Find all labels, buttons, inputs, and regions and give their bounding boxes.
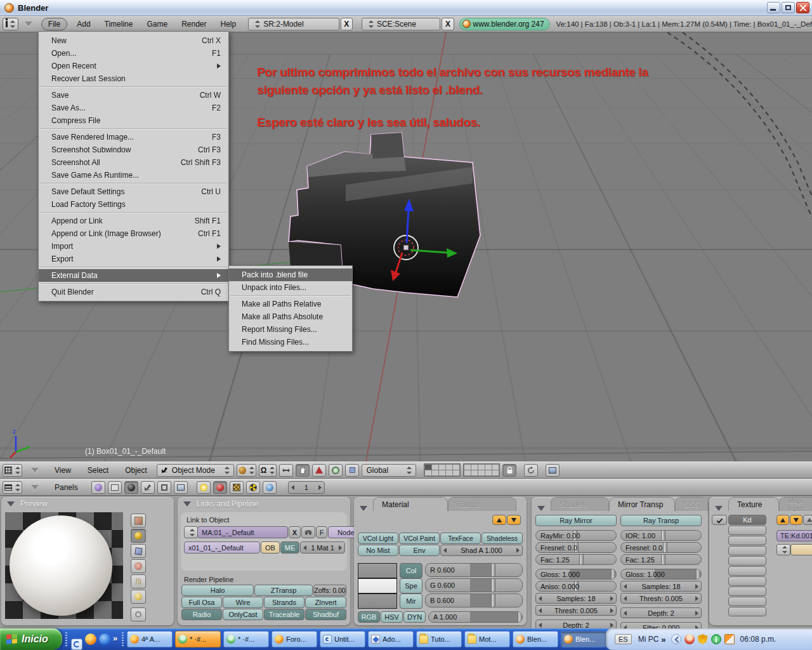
header-collapse-icon[interactable]	[31, 485, 39, 490]
header-collapse-icon[interactable]	[31, 468, 39, 473]
depth-transp-stepper[interactable]: Depth: 2	[620, 607, 702, 618]
gloss-transp-slider[interactable]: Gloss: 1.000	[620, 569, 702, 580]
tab-map-input[interactable]: Map Input	[779, 497, 812, 511]
texture-slot-8[interactable]	[728, 597, 766, 606]
tab-sss[interactable]: SSS	[675, 497, 708, 511]
radiosity-subcontext-button[interactable]	[246, 481, 260, 494]
col-button[interactable]: Col	[400, 563, 422, 578]
menu-item-save-game-as-runtime[interactable]: Save Game As Runtime...	[39, 169, 228, 182]
panel-collapse-icon[interactable]	[715, 506, 723, 511]
texture-slot-5[interactable]	[728, 566, 766, 576]
quicklaunch-ie-icon[interactable]	[99, 633, 110, 645]
fresnel-mir-slider[interactable]: Fresnel: 0.0	[535, 542, 617, 553]
aniso-slider[interactable]: Aniso: 0.000	[535, 581, 617, 592]
lock-layers-button[interactable]	[502, 464, 516, 477]
rgb-button[interactable]: RGB	[358, 611, 380, 623]
menu-item-append-or-link-image-browser[interactable]: Append or Link (Image Browser)Ctrl F1	[39, 227, 228, 240]
preview-hair-button[interactable]	[131, 574, 146, 588]
fake-user-button[interactable]: F	[316, 526, 327, 538]
texture-slot-6[interactable]	[728, 576, 766, 586]
menu-item-load-factory-settings[interactable]: Load Factory Settings	[39, 198, 228, 211]
scene-selector[interactable]: SCE:Scene	[362, 18, 441, 30]
fresnel-transp-slider[interactable]: Fresnel: 0.0	[620, 542, 702, 553]
traceable-button[interactable]: Traceable	[264, 609, 304, 620]
task-button-5[interactable]: Untit...	[320, 631, 365, 647]
mode-selector[interactable]: Object Mode	[157, 464, 234, 477]
manipulator-translate-button[interactable]	[296, 464, 310, 477]
ior-slider[interactable]: IOR: 1.00	[620, 530, 702, 541]
manipulator-scale-button[interactable]	[329, 464, 343, 477]
menu-render[interactable]: Render	[181, 20, 206, 29]
submenu-item-unpack-into-files[interactable]: Unpack into Files...	[229, 281, 352, 294]
texture-clear-button[interactable]: Clea	[790, 544, 812, 555]
layer-buttons-group-1[interactable]	[424, 463, 461, 477]
minimize-button[interactable]	[767, 2, 780, 13]
object-menu[interactable]: Object	[125, 466, 147, 475]
mypc-label[interactable]: Mi PC	[638, 635, 659, 644]
task-button-9[interactable]: Blen...	[513, 631, 558, 647]
menu-item-save[interactable]: SaveCtrl W	[39, 89, 228, 102]
render-preview-button[interactable]	[546, 464, 560, 477]
tray-security-icon[interactable]	[698, 634, 708, 644]
menu-item-screenshot-all[interactable]: Screenshot AllCtrl Shift F3	[39, 156, 228, 169]
scene-context-button[interactable]	[174, 481, 188, 494]
quicklaunch-firefox-icon[interactable]	[85, 633, 96, 645]
texture-slot-2[interactable]	[728, 536, 766, 545]
vcol-paint-button[interactable]: VCol Paint	[399, 533, 440, 544]
object-name-field[interactable]: x01_01_-_Default	[184, 541, 260, 554]
widget-space-button[interactable]	[279, 464, 293, 477]
panel-collapse-icon[interactable]	[537, 506, 545, 511]
material-browse-button[interactable]	[184, 526, 198, 538]
task-button-6[interactable]: Ado...	[368, 631, 414, 647]
mir-button[interactable]: Mir	[400, 594, 422, 609]
preview-sphere-button[interactable]	[131, 529, 146, 543]
menu-item-recover-last-session[interactable]: Recover Last Session	[39, 72, 228, 85]
preview-cube-button[interactable]	[131, 544, 146, 558]
material-name-field[interactable]: MA:01_-_Default	[197, 526, 288, 538]
menu-item-external-data[interactable]: External Data	[39, 269, 228, 282]
onlycast-button[interactable]: OnlyCast	[223, 609, 263, 620]
shading-context-button[interactable]	[124, 481, 138, 494]
submenu-item-report-missing-files[interactable]: Report Missing Files...	[229, 323, 352, 336]
task-button-1[interactable]: 4ª A...	[127, 631, 173, 647]
menu-item-compress-file[interactable]: Compress File	[39, 114, 228, 127]
manipulator-combo-button[interactable]	[345, 464, 359, 477]
panel-collapse-icon[interactable]	[7, 501, 15, 507]
tab-shaders[interactable]: Shaders	[551, 497, 609, 511]
no-mist-button[interactable]: No Mist	[358, 545, 398, 556]
texture-slot-0[interactable]: Kd	[728, 515, 766, 525]
me-link-button[interactable]: ME	[280, 541, 299, 554]
taskbar-grip[interactable]	[65, 632, 67, 646]
alpha-slider[interactable]: A 1.000	[428, 611, 523, 623]
preview-flat-button[interactable]	[131, 514, 146, 527]
depth-mir-stepper[interactable]: Depth: 2	[535, 620, 617, 628]
menu-item-save-as[interactable]: Save As...F2	[39, 102, 228, 114]
texture-slot-9[interactable]	[728, 607, 766, 616]
env-button[interactable]: Env	[399, 545, 440, 556]
draw-mode-button[interactable]	[237, 464, 256, 477]
preview-monkey-button[interactable]	[131, 559, 146, 573]
task-button-4[interactable]: Foro...	[272, 631, 317, 647]
rotation-widget-button[interactable]: Ω	[259, 464, 277, 477]
tray-app-icon[interactable]	[724, 634, 735, 644]
submenu-item-make-paths-relative[interactable]: Make all Paths Relative	[229, 298, 352, 310]
script-context-button[interactable]	[108, 481, 122, 494]
texture-slot-7[interactable]	[728, 587, 766, 596]
paste-material-button[interactable]	[507, 515, 521, 525]
object-context-button[interactable]	[141, 481, 155, 494]
vcol-light-button[interactable]: VCol Light	[358, 533, 398, 544]
g-slider[interactable]: G 0.600	[425, 578, 523, 592]
task-button-3[interactable]: * ·#...	[223, 631, 269, 647]
editor-type-button[interactable]	[3, 481, 22, 494]
material-index-stepper[interactable]: 1 Mat 1	[300, 541, 345, 554]
screen-delete-button[interactable]: X	[341, 18, 353, 30]
view-menu[interactable]: View	[55, 466, 71, 475]
preview-sky-button[interactable]	[131, 590, 146, 604]
toolbar-chevron[interactable]: »	[661, 635, 665, 644]
texface-button[interactable]: TexFace	[440, 533, 481, 544]
world-subcontext-button[interactable]	[263, 481, 277, 494]
fac-transp-slider[interactable]: Fac: 1.25	[620, 554, 702, 565]
dyn-button[interactable]: DYN	[403, 611, 426, 623]
samples-transp-stepper[interactable]: Samples: 18	[620, 581, 702, 592]
ztransp-button[interactable]: ZTransp	[254, 585, 313, 596]
